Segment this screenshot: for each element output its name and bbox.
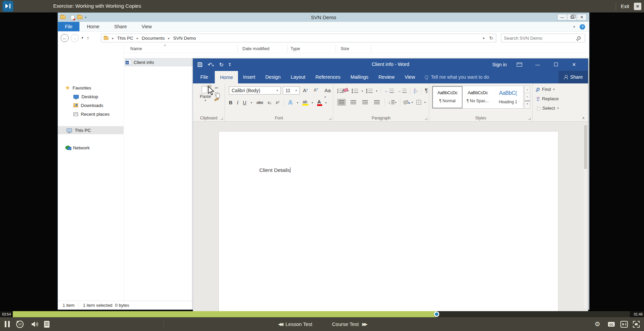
sidebar-item-this-pc[interactable]: This PC <box>58 126 124 134</box>
word-tab-file[interactable]: File <box>193 71 215 83</box>
breadcrumb-this-pc[interactable]: This PC <box>117 36 133 41</box>
scrollbar-thumb[interactable] <box>584 125 587 169</box>
replace-button[interactable]: abac Replace <box>537 96 558 101</box>
address-bar[interactable]: ▸ This PC ▸ Documents ▸ SVN Demo ▾ ↻ <box>101 34 496 42</box>
font-dialog-launcher[interactable] <box>329 117 331 120</box>
up-button[interactable]: ↑ <box>87 35 90 41</box>
style-normal[interactable]: AaBbCcDc ¶ Normal <box>432 86 463 108</box>
shading-button[interactable] <box>403 100 408 104</box>
ribbon-display-options-icon[interactable] <box>517 63 522 67</box>
progress-track[interactable] <box>13 311 630 317</box>
word-tab-insert[interactable]: Insert <box>238 71 260 83</box>
document-text[interactable]: Client Details <box>259 167 291 173</box>
collapse-ribbon-icon[interactable]: ∧ <box>582 116 585 120</box>
explorer-tab-home[interactable]: Home <box>79 22 107 31</box>
breadcrumb-documents[interactable]: Documents <box>142 36 165 41</box>
line-spacing-button[interactable]: ↕▾ <box>388 100 397 105</box>
word-tab-review[interactable]: Review <box>373 71 400 83</box>
address-dropdown-icon[interactable]: ▾ <box>483 36 484 40</box>
volume-button[interactable] <box>31 317 39 331</box>
word-tab-design[interactable]: Design <box>260 71 285 83</box>
format-painter-icon[interactable] <box>214 98 219 101</box>
change-case-button[interactable]: Aa ▾ <box>325 87 333 99</box>
borders-button[interactable] <box>416 100 421 105</box>
clipboard-dialog-launcher[interactable] <box>221 117 223 120</box>
document-scrollbar[interactable] <box>584 124 587 308</box>
search-input[interactable] <box>501 36 577 41</box>
transcript-button[interactable] <box>44 317 50 331</box>
word-minimize-button[interactable]: — <box>534 62 542 67</box>
progress-playhead[interactable] <box>434 311 439 317</box>
closed-captions-button[interactable]: cc <box>608 317 615 331</box>
word-close-button[interactable]: ✕ <box>570 62 578 67</box>
replay-10-button[interactable]: 10 <box>16 317 24 331</box>
align-left-button[interactable] <box>337 99 346 106</box>
recent-locations-icon[interactable]: ▾ <box>81 36 83 40</box>
multilevel-list-button[interactable] <box>366 89 373 93</box>
sidebar-item-favorites[interactable]: ★ Favorites <box>58 84 124 92</box>
word-tab-home[interactable]: Home <box>215 71 238 83</box>
tell-me-box[interactable]: Tell me what you want to do <box>425 71 489 83</box>
style-heading-1[interactable]: AaBbC( Heading 1 <box>493 86 523 108</box>
align-center-button[interactable] <box>349 99 358 106</box>
fullscreen-button[interactable] <box>633 317 640 331</box>
explorer-titlebar[interactable]: ▾ SVN Demo — ✕ <box>58 13 589 22</box>
search-icon[interactable] <box>577 36 581 40</box>
word-tab-view[interactable]: View <box>400 71 420 83</box>
sidebar-item-recent-places[interactable]: Recent places <box>58 110 124 118</box>
increase-indent-button[interactable]: → <box>397 88 407 93</box>
sidebar-item-desktop[interactable]: Desktop <box>58 93 124 101</box>
column-header-type[interactable]: Type <box>291 46 300 51</box>
document-page[interactable]: Client Details <box>218 131 558 311</box>
explorer-tab-file[interactable]: File <box>58 22 79 31</box>
explorer-tab-share[interactable]: Share <box>107 22 134 31</box>
text-highlight-button[interactable]: ab <box>303 100 307 106</box>
exit-close-icon[interactable]: ✕ <box>634 3 641 10</box>
numbering-button[interactable] <box>352 89 358 93</box>
search-box[interactable] <box>501 34 585 42</box>
breadcrumb-svn-demo[interactable]: SVN Demo <box>173 36 196 41</box>
grow-font-button[interactable]: A▴ <box>303 87 308 93</box>
superscript-button[interactable]: x² <box>276 100 279 105</box>
subscript-button[interactable]: x₂ <box>268 100 271 105</box>
paste-dropdown-icon[interactable]: ▾ <box>198 99 213 102</box>
explorer-tab-view[interactable]: View <box>134 22 159 31</box>
styles-more-button[interactable]: ▾ <box>524 101 530 109</box>
back-button[interactable]: ← <box>61 34 69 42</box>
help-icon[interactable]: ? <box>580 24 585 30</box>
font-name-select[interactable]: Calibri (Body) ▾ <box>229 86 281 95</box>
copy-icon[interactable] <box>215 93 218 96</box>
settings-button[interactable]: ⚙ <box>595 317 600 331</box>
word-tab-references[interactable]: References <box>310 71 345 83</box>
paragraph-dialog-launcher[interactable] <box>425 117 427 120</box>
font-size-select[interactable]: 11 ▾ <box>283 86 300 95</box>
column-header-name[interactable]: Name <box>130 46 142 51</box>
column-header-size[interactable]: Size <box>341 46 349 51</box>
style-no-spacing[interactable]: AaBbCcDc ¶ No Spac... <box>463 86 493 108</box>
word-titlebar[interactable]: ↶▾ ↻ ▾ Client info - Word Sign in — ✕ <box>193 59 588 71</box>
exit-button[interactable]: Exit <box>621 3 629 9</box>
text-effects-button[interactable]: A <box>289 99 293 106</box>
video-progress-bar[interactable]: 03:54 01:46 <box>0 311 644 317</box>
show-paragraph-marks-button[interactable]: ¶ <box>425 88 428 94</box>
course-test-button[interactable]: Course Test ▶▶ <box>332 317 366 331</box>
sidebar-item-downloads[interactable]: Downloads <box>58 101 124 109</box>
explorer-restore-button[interactable] <box>567 14 577 21</box>
sign-in-button[interactable]: Sign in <box>492 62 507 67</box>
sort-button[interactable]: AZ↓ <box>414 88 418 94</box>
refresh-icon[interactable]: ↻ <box>489 35 493 41</box>
sidebar-item-network[interactable]: Network <box>58 144 124 152</box>
italic-button[interactable]: I <box>237 100 238 106</box>
shrink-font-button[interactable]: A▾ <box>314 87 318 93</box>
explorer-minimize-button[interactable]: — <box>557 14 567 21</box>
underline-dropdown-icon[interactable]: ▾ <box>251 101 252 104</box>
styles-dialog-launcher[interactable] <box>528 117 531 120</box>
justify-button[interactable] <box>373 99 381 106</box>
word-document-area[interactable]: Client Details <box>193 122 588 311</box>
strikethrough-button[interactable]: abc <box>257 100 263 105</box>
explorer-close-button[interactable]: ✕ <box>577 14 587 21</box>
styles-scroll-down[interactable]: ▾ <box>524 93 530 101</box>
align-right-button[interactable] <box>361 99 369 106</box>
pause-button[interactable] <box>5 317 10 331</box>
bullets-button[interactable] <box>337 89 344 93</box>
